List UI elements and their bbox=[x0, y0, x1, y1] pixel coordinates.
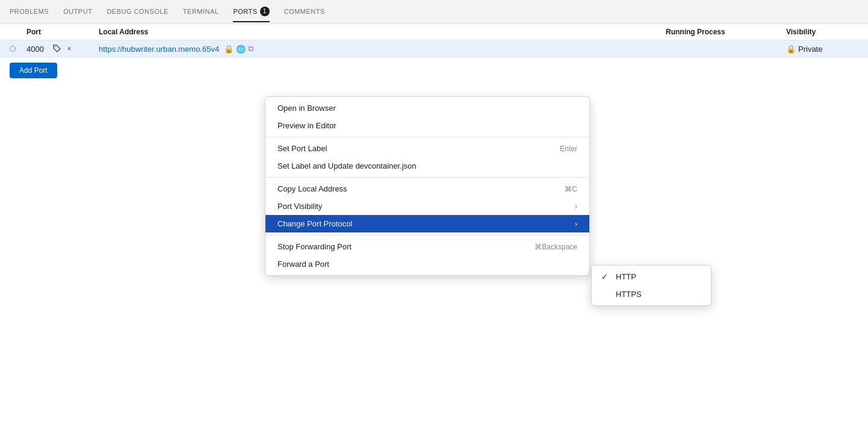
tab-comments[interactable]: COMMENTS bbox=[284, 3, 325, 21]
menu-label-set-label-update: Set Label and Update devcontainer.json bbox=[277, 161, 417, 170]
main-panel: Port Local Address Running Process Visib… bbox=[0, 24, 868, 430]
visibility-cell: 🔒 Private bbox=[786, 45, 858, 54]
col-header-local: Local Address bbox=[99, 28, 666, 36]
copy-icon: ⧉ bbox=[248, 44, 253, 54]
local-address: https://hubwriter.urban.memo.65v4 🔒 🌐 ⧉ bbox=[99, 44, 666, 54]
divider1 bbox=[265, 137, 589, 137]
menu-label-forward-port: Forward a Port bbox=[277, 260, 329, 269]
menu-item-port-visibility[interactable]: Port Visibility› bbox=[265, 198, 589, 215]
close-icon[interactable]: × bbox=[64, 44, 74, 54]
menu-shortcut-stop-forwarding: ⌘Backspace bbox=[535, 243, 577, 251]
svg-point-0 bbox=[55, 46, 56, 48]
divider2 bbox=[265, 177, 589, 178]
context-menu: Open in BrowserPreview in EditorSet Port… bbox=[265, 96, 590, 276]
tab-debug-console[interactable]: DEBUG CONSOLE bbox=[107, 3, 168, 21]
menu-label-open-browser: Open in Browser bbox=[277, 104, 336, 113]
check-icon-http: ✓ bbox=[601, 272, 611, 281]
menu-label-set-port-label: Set Port Label bbox=[277, 144, 327, 153]
menu-item-preview-editor[interactable]: Preview in Editor bbox=[265, 117, 589, 134]
submenu-item-https[interactable]: HTTPS bbox=[592, 285, 711, 303]
menu-item-open-browser[interactable]: Open in Browser bbox=[265, 99, 589, 117]
menu-arrow-change-port-protocol: › bbox=[575, 220, 577, 228]
submenu-label-http: HTTP bbox=[616, 272, 636, 281]
menu-label-stop-forwarding: Stop Forwarding Port bbox=[277, 242, 352, 251]
menu-shortcut-set-port-label: Enter bbox=[560, 145, 577, 153]
menu-item-change-port-protocol[interactable]: Change Port Protocol› bbox=[265, 215, 589, 232]
add-port-button[interactable]: Add Port bbox=[10, 63, 57, 78]
menu-label-change-port-protocol: Change Port Protocol bbox=[277, 219, 352, 228]
menu-item-stop-forwarding[interactable]: Stop Forwarding Port⌘Backspace bbox=[265, 238, 589, 255]
menu-label-port-visibility: Port Visibility bbox=[277, 202, 322, 211]
menu-item-forward-port[interactable]: Forward a Port bbox=[265, 255, 589, 273]
port-status-circle bbox=[10, 46, 16, 52]
submenu-change-protocol: ✓HTTPHTTPS bbox=[591, 265, 711, 306]
table-header: Port Local Address Running Process Visib… bbox=[0, 24, 868, 40]
globe-icon: 🌐 bbox=[236, 45, 246, 54]
menu-label-copy-local-address: Copy Local Address bbox=[277, 184, 347, 193]
menu-arrow-port-visibility: › bbox=[575, 202, 577, 211]
submenu-label-https: HTTPS bbox=[616, 290, 642, 299]
tab-problems[interactable]: PROBLEMS bbox=[10, 3, 49, 21]
menu-item-set-port-label[interactable]: Set Port LabelEnter bbox=[265, 140, 589, 157]
lock-small-icon: 🔒 bbox=[224, 45, 234, 54]
table-row: 4000 × https://hubwriter.urban.memo.65v4… bbox=[0, 40, 868, 58]
col-header-visibility: Visibility bbox=[786, 28, 858, 36]
tag-icon[interactable] bbox=[52, 44, 62, 54]
menu-shortcut-copy-local-address: ⌘C bbox=[565, 185, 577, 193]
add-port-row: Add Port bbox=[0, 58, 868, 83]
tab-output[interactable]: OUTPUT bbox=[63, 3, 92, 21]
tab-ports[interactable]: PORTS1 bbox=[233, 2, 269, 22]
menu-item-copy-local-address[interactable]: Copy Local Address⌘C bbox=[265, 180, 589, 198]
menu-item-set-label-update[interactable]: Set Label and Update devcontainer.json bbox=[265, 157, 589, 175]
tab-bar: PROBLEMSOUTPUTDEBUG CONSOLETERMINALPORTS… bbox=[0, 0, 868, 24]
menu-label-preview-editor: Preview in Editor bbox=[277, 121, 336, 130]
divider3 bbox=[265, 235, 589, 235]
submenu-item-http[interactable]: ✓HTTP bbox=[592, 268, 711, 285]
port-number: 4000 × bbox=[26, 44, 99, 54]
lock-icon: 🔒 bbox=[786, 45, 796, 54]
col-header-running: Running Process bbox=[666, 28, 786, 36]
tab-terminal[interactable]: TERMINAL bbox=[183, 3, 219, 21]
tab-badge-ports: 1 bbox=[260, 7, 270, 16]
col-header-port: Port bbox=[26, 28, 99, 36]
